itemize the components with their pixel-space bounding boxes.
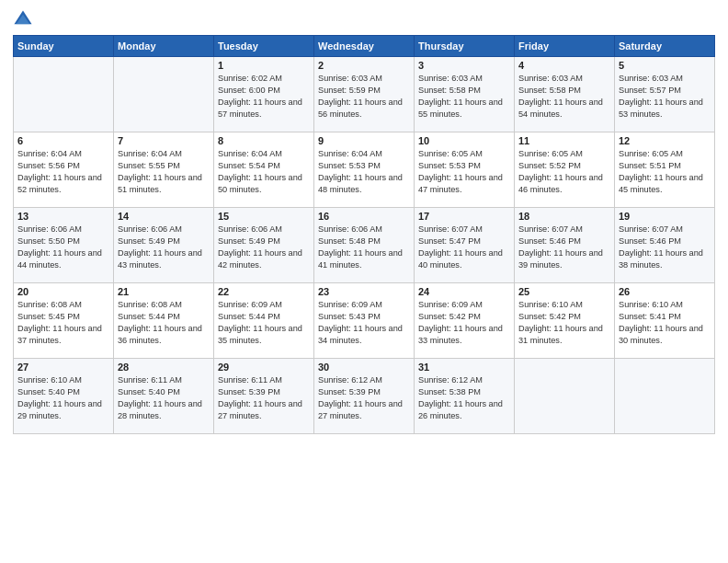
day-number: 16	[318, 211, 410, 222]
calendar-cell: 13Sunrise: 6:06 AMSunset: 5:50 PMDayligh…	[14, 208, 114, 283]
sunrise: Sunrise: 6:03 AM	[619, 74, 683, 83]
sunset: Sunset: 5:50 PM	[17, 236, 80, 246]
calendar-cell	[14, 57, 114, 132]
sunset: Sunset: 5:57 PM	[619, 86, 681, 95]
sunset: Sunset: 5:58 PM	[518, 86, 581, 95]
logo	[13, 9, 36, 29]
sunrise: Sunrise: 6:03 AM	[318, 74, 382, 83]
sunrise: Sunrise: 6:06 AM	[17, 224, 82, 234]
calendar-body: 1Sunrise: 6:02 AMSunset: 6:00 PMDaylight…	[14, 57, 715, 434]
daylight: Daylight: 11 hours and 37 minutes.	[17, 324, 102, 345]
calendar-week-2: 13Sunrise: 6:06 AMSunset: 5:50 PMDayligh…	[14, 208, 715, 283]
daylight: Daylight: 11 hours and 40 minutes.	[418, 248, 503, 270]
calendar-cell: 7Sunrise: 6:04 AMSunset: 5:55 PMDaylight…	[114, 132, 214, 208]
calendar-cell: 16Sunrise: 6:06 AMSunset: 5:48 PMDayligh…	[314, 208, 415, 283]
day-detail: Sunrise: 6:03 AMSunset: 5:58 PMDaylight:…	[418, 73, 510, 121]
weekday-header-saturday: Saturday	[615, 36, 715, 57]
sunrise: Sunrise: 6:09 AM	[418, 300, 483, 309]
day-detail: Sunrise: 6:04 AMSunset: 5:56 PMDaylight:…	[17, 148, 109, 196]
daylight: Daylight: 11 hours and 34 minutes.	[318, 324, 403, 345]
daylight: Daylight: 11 hours and 31 minutes.	[518, 324, 603, 345]
calendar-cell: 14Sunrise: 6:06 AMSunset: 5:49 PMDayligh…	[114, 208, 214, 283]
day-detail: Sunrise: 6:06 AMSunset: 5:49 PMDaylight:…	[218, 224, 310, 271]
calendar-cell: 15Sunrise: 6:06 AMSunset: 5:49 PMDayligh…	[214, 208, 314, 283]
day-number: 3	[418, 60, 510, 71]
day-detail: Sunrise: 6:11 AMSunset: 5:40 PMDaylight:…	[118, 374, 210, 422]
daylight: Daylight: 11 hours and 55 minutes.	[418, 98, 503, 119]
day-detail: Sunrise: 6:07 AMSunset: 5:46 PMDaylight:…	[518, 224, 610, 271]
sunrise: Sunrise: 6:09 AM	[318, 300, 382, 309]
sunrise: Sunrise: 6:02 AM	[218, 74, 282, 83]
day-number: 1	[218, 60, 310, 71]
day-detail: Sunrise: 6:06 AMSunset: 5:50 PMDaylight:…	[17, 224, 109, 271]
day-number: 28	[118, 362, 210, 373]
daylight: Daylight: 11 hours and 56 minutes.	[318, 98, 403, 119]
daylight: Daylight: 11 hours and 29 minutes.	[17, 399, 102, 420]
calendar-cell: 6Sunrise: 6:04 AMSunset: 5:56 PMDaylight…	[14, 132, 114, 208]
weekday-header-monday: Monday	[114, 36, 214, 57]
sunset: Sunset: 5:44 PM	[218, 312, 280, 321]
calendar-cell: 5Sunrise: 6:03 AMSunset: 5:57 PMDaylight…	[615, 57, 715, 132]
calendar-cell: 26Sunrise: 6:10 AMSunset: 5:41 PMDayligh…	[615, 283, 715, 359]
sunset: Sunset: 5:39 PM	[218, 387, 280, 396]
day-detail: Sunrise: 6:07 AMSunset: 5:46 PMDaylight:…	[619, 224, 711, 271]
sunrise: Sunrise: 6:03 AM	[518, 74, 583, 83]
day-detail: Sunrise: 6:06 AMSunset: 5:49 PMDaylight:…	[118, 224, 210, 271]
daylight: Daylight: 11 hours and 41 minutes.	[318, 248, 403, 270]
day-number: 10	[418, 135, 510, 146]
sunset: Sunset: 5:47 PM	[418, 236, 481, 246]
page-header	[13, 9, 715, 29]
day-number: 17	[418, 211, 510, 222]
calendar-cell: 27Sunrise: 6:10 AMSunset: 5:40 PMDayligh…	[14, 359, 114, 434]
day-number: 25	[518, 286, 610, 297]
calendar-week-1: 6Sunrise: 6:04 AMSunset: 5:56 PMDaylight…	[14, 132, 715, 208]
sunrise: Sunrise: 6:10 AM	[619, 300, 683, 309]
day-number: 13	[17, 211, 109, 222]
day-number: 8	[218, 135, 310, 146]
day-number: 9	[318, 135, 410, 146]
day-number: 29	[218, 362, 310, 373]
day-detail: Sunrise: 6:09 AMSunset: 5:43 PMDaylight:…	[318, 299, 410, 347]
calendar-cell	[515, 359, 615, 434]
daylight: Daylight: 11 hours and 46 minutes.	[518, 173, 603, 194]
day-detail: Sunrise: 6:04 AMSunset: 5:54 PMDaylight:…	[218, 148, 310, 196]
calendar-cell: 30Sunrise: 6:12 AMSunset: 5:39 PMDayligh…	[314, 359, 415, 434]
sunset: Sunset: 5:58 PM	[418, 86, 481, 95]
day-detail: Sunrise: 6:02 AMSunset: 6:00 PMDaylight:…	[218, 73, 310, 121]
daylight: Daylight: 11 hours and 52 minutes.	[17, 173, 102, 194]
day-number: 20	[17, 286, 109, 297]
day-detail: Sunrise: 6:04 AMSunset: 5:55 PMDaylight:…	[118, 148, 210, 196]
daylight: Daylight: 11 hours and 44 minutes.	[17, 248, 102, 270]
sunset: Sunset: 5:46 PM	[619, 236, 681, 246]
calendar-cell: 11Sunrise: 6:05 AMSunset: 5:52 PMDayligh…	[515, 132, 615, 208]
sunset: Sunset: 5:53 PM	[318, 161, 381, 170]
daylight: Daylight: 11 hours and 47 minutes.	[418, 173, 503, 194]
day-detail: Sunrise: 6:12 AMSunset: 5:38 PMDaylight:…	[418, 374, 510, 422]
sunrise: Sunrise: 6:05 AM	[619, 149, 683, 158]
sunrise: Sunrise: 6:05 AM	[418, 149, 483, 158]
daylight: Daylight: 11 hours and 35 minutes.	[218, 324, 302, 345]
sunset: Sunset: 5:44 PM	[118, 312, 180, 321]
calendar-cell: 9Sunrise: 6:04 AMSunset: 5:53 PMDaylight…	[314, 132, 415, 208]
sunrise: Sunrise: 6:06 AM	[218, 224, 282, 234]
day-detail: Sunrise: 6:05 AMSunset: 5:52 PMDaylight:…	[518, 148, 610, 196]
calendar-cell: 4Sunrise: 6:03 AMSunset: 5:58 PMDaylight…	[515, 57, 615, 132]
sunset: Sunset: 5:49 PM	[118, 236, 180, 246]
day-detail: Sunrise: 6:05 AMSunset: 5:53 PMDaylight:…	[418, 148, 510, 196]
calendar-cell: 23Sunrise: 6:09 AMSunset: 5:43 PMDayligh…	[314, 283, 415, 359]
weekday-header-thursday: Thursday	[415, 36, 515, 57]
day-number: 22	[218, 286, 310, 297]
calendar-cell: 28Sunrise: 6:11 AMSunset: 5:40 PMDayligh…	[114, 359, 214, 434]
logo-icon	[13, 9, 33, 29]
calendar-table: SundayMondayTuesdayWednesdayThursdayFrid…	[13, 35, 715, 434]
sunset: Sunset: 5:49 PM	[218, 236, 280, 246]
daylight: Daylight: 11 hours and 50 minutes.	[218, 173, 302, 194]
daylight: Daylight: 11 hours and 42 minutes.	[218, 248, 302, 270]
calendar-cell: 18Sunrise: 6:07 AMSunset: 5:46 PMDayligh…	[515, 208, 615, 283]
calendar-cell	[615, 359, 715, 434]
calendar-cell: 1Sunrise: 6:02 AMSunset: 6:00 PMDaylight…	[214, 57, 314, 132]
day-detail: Sunrise: 6:03 AMSunset: 5:57 PMDaylight:…	[619, 73, 711, 121]
weekday-header-row: SundayMondayTuesdayWednesdayThursdayFrid…	[14, 36, 715, 57]
day-number: 23	[318, 286, 410, 297]
sunrise: Sunrise: 6:06 AM	[318, 224, 382, 234]
